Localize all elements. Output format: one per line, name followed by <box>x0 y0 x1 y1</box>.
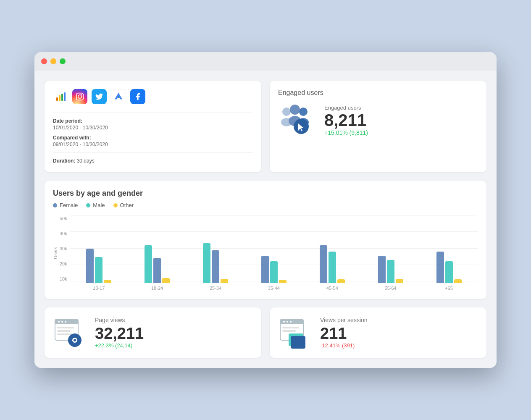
svg-point-5 <box>78 95 81 98</box>
female-label: Female <box>60 202 78 208</box>
date-period-section: Date period: 10/01/2020 - 10/30/2020 <box>53 118 253 131</box>
age-group-55-64: 55-64 <box>378 256 403 291</box>
bar-other-18-24 <box>162 278 170 283</box>
y-label-40k: 40k <box>60 231 67 236</box>
legend-male: Male <box>86 202 105 208</box>
sessions-illustration <box>278 316 312 349</box>
platform-card: Date period: 10/01/2020 - 10/30/2020 Com… <box>45 81 261 172</box>
bar-other-45-54 <box>337 279 345 283</box>
age-group-25-34: 25-34 <box>203 243 228 291</box>
bar-female-45-54 <box>320 245 327 283</box>
bars-65plus <box>436 252 462 283</box>
svg-rect-3 <box>64 92 66 101</box>
svg-rect-30 <box>282 327 299 328</box>
duration-value: 30 days <box>77 158 95 164</box>
engaged-users-card: Engaged users <box>270 81 486 172</box>
legend-other: Other <box>113 202 134 208</box>
svg-rect-33 <box>291 336 305 349</box>
bars-13-17 <box>86 249 111 283</box>
bars-25-34 <box>203 243 228 283</box>
analytics-icon[interactable] <box>53 89 68 104</box>
duration-label: Duration: <box>53 158 75 164</box>
top-row: Date period: 10/01/2020 - 10/30/2020 Com… <box>45 81 486 172</box>
minimize-button[interactable] <box>50 58 56 64</box>
age-label-65plus: +65 <box>445 286 453 291</box>
bar-female-55-64 <box>378 256 386 283</box>
divider2 <box>53 152 253 153</box>
bar-male-55-64 <box>387 260 394 283</box>
sessions-card: Views per session 211 -12.41% (391) <box>270 307 486 358</box>
bar-male-13-17 <box>95 257 103 283</box>
instagram-icon[interactable] <box>72 89 87 104</box>
sessions-data: Views per session 211 -12.41% (391) <box>320 317 368 349</box>
svg-point-28 <box>287 321 288 323</box>
svg-rect-19 <box>57 327 74 328</box>
date-period-label: Date period: <box>53 118 253 124</box>
age-label-35-44: 35-44 <box>268 286 280 291</box>
platform-icons <box>53 89 253 104</box>
bottom-row: Page views 32,211 +22.3% (24,14) <box>45 307 486 358</box>
male-dot <box>86 203 90 207</box>
age-label-18-24: 18-24 <box>151 286 163 291</box>
svg-point-9 <box>290 105 300 115</box>
age-label-45-54: 45-54 <box>326 286 338 291</box>
maximize-button[interactable] <box>60 58 66 64</box>
sessions-value: 211 <box>320 325 368 343</box>
bar-male-45-54 <box>329 252 336 283</box>
titlebar <box>34 52 497 71</box>
duration-row: Duration: 30 days <box>53 158 253 164</box>
age-group-65plus: +65 <box>436 252 462 291</box>
bar-female-18-24 <box>153 258 161 283</box>
facebook-icon[interactable] <box>130 89 145 104</box>
bar-other-25-34 <box>221 279 228 283</box>
svg-point-29 <box>290 321 292 323</box>
y-axis-labels: 50k 40k 30k 20k 10k <box>60 215 70 291</box>
twitter-icon[interactable] <box>92 89 107 104</box>
other-dot <box>113 203 118 207</box>
bars-row: 13-17 18-24 <box>70 215 478 291</box>
age-group-13-17: 13-17 <box>86 249 111 291</box>
other-label: Other <box>120 202 134 208</box>
chart-legend: Female Male Other <box>53 202 478 208</box>
bars-area: 13-17 18-24 <box>70 215 478 291</box>
age-label-13-17: 13-17 <box>93 286 105 291</box>
engaged-card-title: Engaged users <box>278 89 478 97</box>
age-label-55-64: 55-64 <box>385 286 397 291</box>
y-label-50k: 50k <box>60 216 67 221</box>
bar-other-35-44 <box>279 280 287 283</box>
svg-rect-4 <box>76 93 84 100</box>
close-button[interactable] <box>41 58 47 64</box>
engaged-stats: Engaged users 8,211 +15.01% (9,811) <box>324 105 478 136</box>
engaged-metric-value: 8,211 <box>324 111 478 129</box>
age-gender-chart-card: Users by age and gender Female Male Othe… <box>45 181 486 299</box>
bar-female-25-34 <box>212 250 219 283</box>
page-views-data: Page views 32,211 +22.3% (24,14) <box>95 317 144 349</box>
bar-female-35-44 <box>261 256 269 283</box>
bar-other-65plus <box>454 279 462 283</box>
svg-rect-0 <box>56 97 58 101</box>
svg-point-11 <box>299 108 308 116</box>
sessions-change: -12.41% (391) <box>320 342 368 349</box>
chart-container: Users 50k 40k 30k 20k 10k <box>53 215 478 291</box>
female-dot <box>53 203 57 207</box>
page-views-card: Page views 32,211 +22.3% (24,14) <box>45 307 261 358</box>
svg-rect-2 <box>61 94 63 101</box>
sessions-label: Views per session <box>320 317 368 323</box>
compared-with-value: 09/01/2020 - 10/30/2020 <box>53 142 253 147</box>
divider <box>53 113 253 113</box>
content-area: Date period: 10/01/2020 - 10/30/2020 Com… <box>34 71 497 368</box>
google-ads-icon[interactable] <box>111 89 126 104</box>
date-period-value: 10/01/2020 - 10/30/2020 <box>53 125 253 131</box>
male-label: Male <box>93 202 105 208</box>
compared-with-section: Compared with: 09/01/2020 - 10/30/2020 <box>53 135 253 147</box>
svg-point-24 <box>74 339 76 341</box>
bar-male-65plus <box>445 261 453 283</box>
engaged-metric-change: +15.01% (9,811) <box>324 129 478 136</box>
engaged-card-body: Engaged users 8,211 +15.01% (9,811) <box>278 103 478 137</box>
age-group-35-44: 35-44 <box>261 256 287 291</box>
legend-female: Female <box>53 202 78 208</box>
bars-18-24 <box>145 245 170 283</box>
bars-55-64 <box>378 256 403 283</box>
svg-rect-31 <box>282 330 296 332</box>
bar-other-55-64 <box>396 279 403 283</box>
